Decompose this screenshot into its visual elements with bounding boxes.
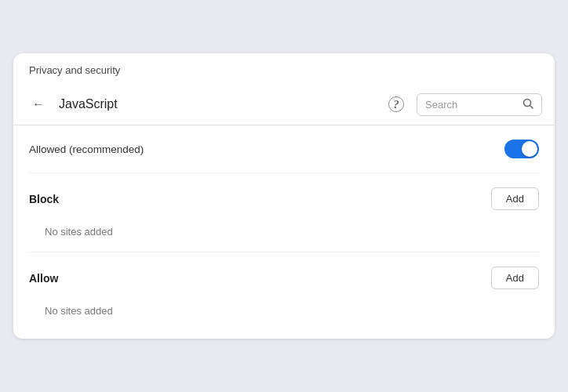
block-add-button[interactable]: Add [491,187,539,210]
javascript-toggle[interactable] [504,140,539,158]
toggle-track [504,140,539,158]
page-title: JavaScript [59,97,376,111]
block-section-header: Block Add [29,187,539,210]
toggle-thumb [522,141,537,157]
search-input[interactable] [425,99,518,111]
block-section: Block Add No sites added [29,173,539,252]
content-area: Allowed (recommended) Block Add No sites… [13,125,555,339]
search-icon [522,98,533,111]
help-button[interactable]: ? [384,92,409,117]
back-arrow-icon: ← [32,97,45,111]
svg-line-1 [530,105,533,108]
help-icon: ? [388,96,404,112]
block-section-title: Block [29,193,59,205]
search-box [417,93,542,116]
allow-empty-message: No sites added [29,297,539,323]
back-button[interactable]: ← [26,92,51,117]
header-bar: ← JavaScript ? [13,84,555,125]
allow-add-button[interactable]: Add [491,267,539,289]
block-empty-message: No sites added [29,218,539,244]
allow-section-header: Allow Add [29,267,539,289]
panel-title: Privacy and security [13,53,555,84]
settings-panel: Privacy and security ← JavaScript ? Allo… [13,53,555,339]
allow-section: Allow Add No sites added [29,252,539,323]
allowed-setting-row: Allowed (recommended) [29,125,539,173]
allow-section-title: Allow [29,272,58,285]
allowed-label: Allowed (recommended) [29,143,144,155]
